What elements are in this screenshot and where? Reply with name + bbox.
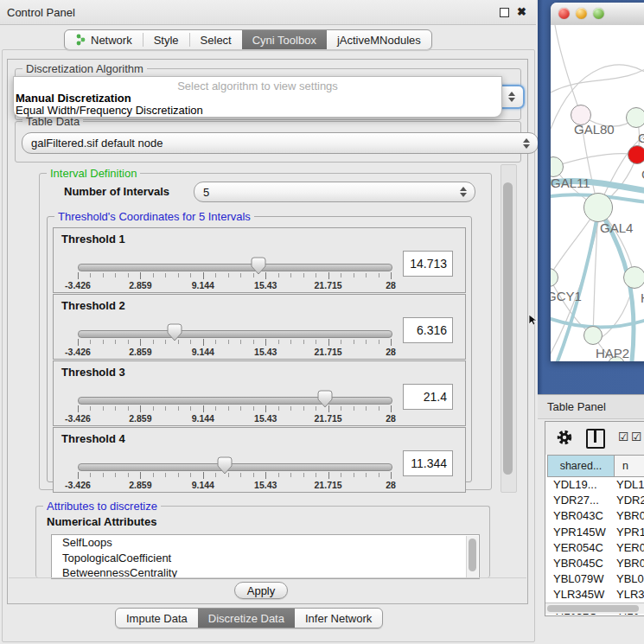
gear-icon[interactable] — [557, 430, 572, 445]
table-horizontal-scrollbar[interactable] — [545, 603, 644, 614]
minor-tick — [178, 406, 179, 411]
minor-tick — [115, 406, 116, 411]
table-row[interactable]: YPR145WYPR1 — [545, 525, 644, 540]
slider-track[interactable] — [78, 397, 392, 405]
minor-tick — [165, 340, 166, 344]
slider-thumb[interactable] — [251, 257, 266, 275]
tick-label: 28 — [363, 413, 418, 424]
threshold-value-field[interactable]: 14.713 — [403, 251, 453, 277]
minor-tick — [103, 406, 104, 411]
slider-thumb[interactable] — [217, 456, 233, 475]
tab-infer-network[interactable]: Infer Network — [295, 609, 382, 628]
slider-thumb[interactable] — [167, 323, 182, 341]
cell-name: YDL1 — [616, 478, 644, 491]
threshold-card-1: Threshold 1-3.4262.8599.14415.4321.71528… — [53, 227, 466, 293]
major-tick — [78, 272, 79, 279]
slider-track[interactable] — [78, 264, 392, 271]
settings-scrollbar[interactable] — [501, 164, 517, 493]
tab-impute-data[interactable]: Impute Data — [116, 609, 198, 628]
tab-discretize-data[interactable]: Discretize Data — [198, 609, 295, 628]
checkbox-icon[interactable]: ☑ — [631, 431, 642, 442]
major-tick — [78, 339, 79, 346]
float-window-icon[interactable] — [500, 8, 509, 17]
minor-tick — [303, 273, 304, 277]
table-row[interactable]: YDL19...YDL1 — [545, 477, 644, 493]
minor-tick — [228, 406, 229, 411]
network-edge-thick[interactable] — [551, 317, 644, 328]
close-traffic-light-icon[interactable] — [558, 8, 570, 19]
minor-tick — [90, 340, 91, 344]
interval-definition-group: Interval Definition Number of Intervals … — [39, 173, 492, 490]
node-right-top[interactable] — [626, 107, 644, 128]
threshold-value-field[interactable]: 21.4 — [403, 384, 453, 410]
node-red[interactable] — [628, 145, 644, 164]
dropdown-option-equal-width[interactable]: Equal Width/Frequency Discretization — [16, 104, 203, 117]
slider-track[interactable] — [78, 463, 392, 471]
network-window[interactable]: GAL80GACGAL11GAL4GCY1HHAP2 — [551, 3, 644, 361]
threshold-value-field[interactable]: 11.344 — [403, 450, 453, 476]
threshold-card-2: Threshold 2-3.4262.8599.14415.4321.71528… — [53, 294, 466, 360]
table-row[interactable]: YBR045CYBR0 — [545, 556, 644, 571]
node-label-ga: GA — [638, 131, 644, 145]
slider-thumb[interactable] — [317, 390, 333, 408]
node-label-hap2: HAP2 — [596, 346, 629, 360]
num-intervals-combo[interactable]: 5 — [194, 182, 475, 202]
minor-tick — [115, 473, 116, 477]
list-scrollbar[interactable] — [466, 536, 478, 577]
minor-tick — [341, 473, 341, 477]
minor-tick — [341, 406, 341, 411]
tick-label: 21.715 — [301, 480, 356, 490]
control-panel-titlebar: Control Panel ✖ — [0, 0, 536, 25]
tab-select[interactable]: Select — [190, 30, 242, 49]
network-window-titlebar[interactable] — [551, 3, 644, 26]
table-data-combo[interactable]: galFiltered.sif default node — [22, 132, 539, 154]
minor-tick — [153, 340, 154, 344]
table-row[interactable]: YER054CYER0 — [545, 540, 644, 556]
close-icon[interactable]: ✖ — [517, 5, 526, 18]
attribute-list-item[interactable]: TopologicalCoefficient — [52, 551, 479, 566]
node-hap2[interactable] — [583, 326, 603, 345]
num-intervals-label: Number of Intervals — [64, 185, 169, 198]
minor-tick — [379, 473, 379, 477]
slider-track[interactable] — [78, 330, 392, 338]
threshold-value-field[interactable]: 6.316 — [403, 317, 453, 343]
thresholds-group: Threshold's Coordinates for 5 Intervals … — [47, 216, 472, 482]
checkbox-icon[interactable]: ☑ — [618, 431, 629, 442]
minor-tick — [278, 406, 279, 411]
attribute-list-item[interactable]: SelfLoops — [52, 535, 479, 551]
column-header-shared-name[interactable]: shared... — [547, 455, 615, 477]
tab-network[interactable]: Network — [65, 30, 143, 49]
table-row[interactable]: YLR345WYLR3 — [545, 587, 644, 603]
minor-tick — [240, 406, 241, 411]
minimize-traffic-light-icon[interactable] — [576, 8, 587, 19]
dropdown-option-manual[interactable]: Manual Discretization — [16, 92, 131, 105]
table-row[interactable]: YBR043CYBR0 — [545, 508, 644, 524]
tab-jactivemnodules[interactable]: jActiveMNodules — [327, 30, 431, 49]
network-edge[interactable] — [553, 154, 637, 167]
network-canvas[interactable]: GAL80GACGAL11GAL4GCY1HHAP2 — [551, 25, 644, 361]
table-row[interactable]: YBL079WYBL0 — [545, 571, 644, 587]
tab-cyni-toolbox[interactable]: Cyni Toolbox — [242, 30, 327, 49]
minor-tick — [128, 473, 129, 477]
column-header-name[interactable]: n — [614, 455, 644, 477]
minor-tick — [228, 340, 229, 344]
tick-label: 2.859 — [112, 280, 168, 290]
network-edge[interactable] — [551, 63, 644, 92]
bottom-tab-strip: Impute DataDiscretize DataInfer Network — [115, 608, 383, 628]
network-edge[interactable] — [555, 25, 581, 115]
split-view-icon[interactable] — [586, 429, 605, 449]
minor-tick — [215, 406, 216, 411]
zoom-traffic-light-icon[interactable] — [593, 8, 604, 19]
minor-tick — [153, 273, 154, 277]
node-right-mid[interactable] — [623, 266, 644, 289]
algorithm-dropdown-popup: Select algorithm to view settings Manual… — [13, 76, 502, 118]
table-row[interactable]: YDR27...YDR2 — [545, 493, 644, 508]
node-gal4[interactable] — [583, 193, 613, 222]
node-label-gal11: GAL11 — [551, 175, 590, 190]
threshold-label: Threshold 2 — [61, 299, 125, 312]
apply-button[interactable]: Apply — [234, 582, 288, 599]
scrollbar-thumb[interactable] — [503, 182, 513, 475]
settings-panel: Discretization Algorithm Select algorith… — [7, 59, 528, 604]
numerical-attributes-list[interactable]: SelfLoopsTopologicalCoefficientBetweenne… — [51, 534, 480, 579]
tab-style[interactable]: Style — [143, 30, 189, 49]
